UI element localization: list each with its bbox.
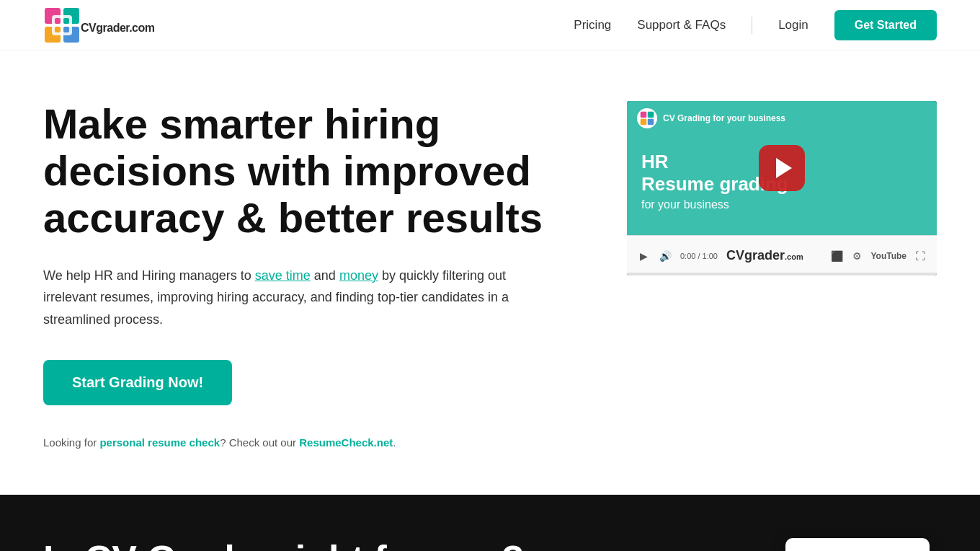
logo-link[interactable]: CVgrader.com: [43, 6, 154, 44]
yt-mute-icon[interactable]: 🔊: [659, 250, 672, 263]
play-button[interactable]: [759, 145, 805, 191]
navbar: CVgrader.com Pricing Support & FAQs Logi…: [0, 0, 980, 50]
nav-links: Pricing Support & FAQs Login Get Started: [574, 10, 937, 40]
video-logo-area: CVgrader.com: [726, 248, 821, 263]
nav-divider: [752, 17, 752, 34]
video-cvgrader-logo: CVgrader.com: [726, 248, 803, 263]
yt-label: YouTube: [870, 251, 906, 261]
hero-left: Make smarter hiring decisions with impro…: [43, 101, 548, 451]
yt-subtitle-icon[interactable]: ⬛: [830, 250, 843, 263]
bottom-right: GENE HOFFMAN GENE HOFFMAN 5 /5: [778, 538, 937, 551]
svg-rect-4: [52, 15, 72, 35]
hero-sub: Looking for personal resume check? Check…: [43, 434, 548, 451]
video-channel-bar: CV Grading for your business: [627, 108, 937, 128]
video-top: CV Grading for your business HR Resume g…: [627, 101, 937, 235]
svg-rect-10: [648, 112, 654, 118]
nav-support[interactable]: Support & FAQs: [637, 18, 726, 32]
nav-pricing[interactable]: Pricing: [574, 18, 611, 32]
channel-logo: [637, 108, 657, 128]
personal-resume-check-link[interactable]: personal resume check: [99, 436, 220, 449]
logo-icon: [43, 6, 81, 44]
video-embed[interactable]: CV Grading for your business HR Resume g…: [627, 101, 937, 276]
video-bottom: ▶ 🔊 0:00 / 1:00 CVgrader.com ⬛ ⚙ YouTube: [627, 235, 937, 276]
nav-get-started-button[interactable]: Get Started: [834, 10, 937, 40]
svg-rect-11: [641, 119, 646, 125]
save-time-link[interactable]: save time: [255, 268, 311, 283]
bottom-section: Is CV Grader right for you? GENE HOFFMAN…: [0, 495, 980, 551]
logo-text: CVgrader.com: [81, 14, 154, 37]
svg-rect-12: [648, 119, 654, 125]
play-button-wrap: [759, 145, 805, 191]
bottom-headline: Is CV Grader right for you?: [43, 538, 735, 551]
money-link[interactable]: money: [339, 268, 378, 283]
video-thumbnail: CV Grading for your business HR Resume g…: [627, 101, 937, 276]
svg-rect-8: [63, 27, 69, 32]
hero-body: We help HR and Hiring managers to save t…: [43, 265, 548, 331]
channel-name: CV Grading for your business: [663, 113, 785, 123]
svg-rect-9: [641, 112, 646, 118]
yt-settings-icon[interactable]: ⚙: [850, 250, 863, 263]
resumecheck-link[interactable]: ResumeCheck.net: [299, 436, 393, 449]
start-grading-button[interactable]: Start Grading Now!: [43, 360, 232, 405]
yt-fullscreen-icon[interactable]: ⛶: [914, 250, 927, 263]
yt-play-icon[interactable]: ▶: [637, 250, 650, 263]
hero-headline: Make smarter hiring decisions with impro…: [43, 101, 548, 242]
score-card: GENE HOFFMAN GENE HOFFMAN 5 /5: [785, 538, 930, 551]
hero-section: Make smarter hiring decisions with impro…: [0, 50, 980, 495]
yt-icon-right: ⬛ ⚙ YouTube ⛶: [830, 250, 927, 263]
svg-rect-7: [55, 27, 61, 32]
svg-rect-5: [55, 18, 61, 24]
yt-progress-bar[interactable]: [627, 273, 937, 276]
hero-right: CV Grading for your business HR Resume g…: [627, 101, 937, 276]
svg-rect-6: [63, 18, 69, 24]
nav-login[interactable]: Login: [778, 18, 808, 32]
yt-time: 0:00 / 1:00: [680, 252, 718, 260]
video-subtitle: for your business: [641, 198, 788, 211]
